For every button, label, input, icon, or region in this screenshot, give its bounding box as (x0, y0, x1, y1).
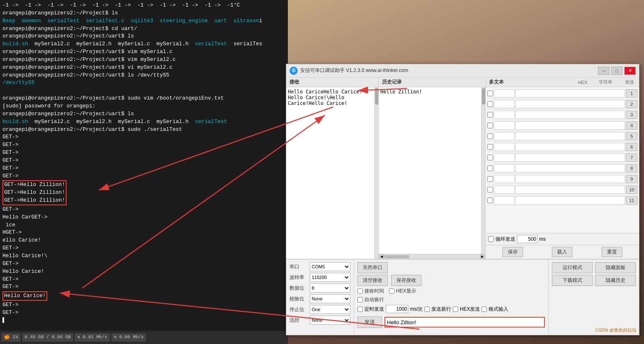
mt-checkbox-5[interactable] (487, 133, 493, 139)
format-input-label: 格式输入 (489, 306, 508, 313)
send-input-row: 发送 (357, 316, 545, 328)
mt-hex-input-5[interactable] (494, 132, 514, 140)
mt-checkbox-10[interactable] (487, 187, 493, 193)
run-mode-button[interactable]: 运行模式 (552, 262, 593, 273)
send-newline-checkbox[interactable] (424, 307, 430, 312)
terminal-line: orangepi@orangepizero2:~/Project/uart$ s… (2, 95, 285, 102)
multitext-row-3: 3 (486, 109, 638, 120)
mt-str-input-10[interactable] (515, 186, 625, 194)
mt-hex-input-8[interactable] (494, 164, 514, 172)
hex-display-checkbox[interactable] (389, 288, 394, 294)
terminal-line: Beep daemon serialTest serialTest.c sqli… (2, 17, 285, 25)
terminal-line: orangepi@orangepizero2:~/Project/uart$ v… (2, 48, 285, 56)
mt-hex-input-11[interactable] (494, 196, 514, 205)
load-button[interactable]: 载入 (552, 247, 572, 257)
loop-label: 循环发送 (496, 236, 515, 243)
mt-send-btn-4[interactable]: 4 (626, 121, 637, 130)
mt-hex-input-7[interactable] (494, 153, 514, 162)
clear-recv-button[interactable]: 清空接收 (357, 275, 388, 286)
mt-send-btn-10[interactable]: 10 (626, 186, 637, 194)
mt-hex-input-6[interactable] (494, 143, 514, 151)
taskbar-item: 0.45 GB / 0.96 GB (22, 333, 73, 342)
recv-time-checkbox[interactable] (357, 288, 363, 294)
timer-send-checkbox[interactable] (357, 307, 363, 312)
multitext-row-6: 6 (486, 142, 638, 152)
mt-send-btn-2[interactable]: 2 (626, 100, 637, 108)
port-select[interactable]: COM5 (310, 262, 350, 271)
mt-hex-input-1[interactable] (494, 89, 514, 98)
mt-send-btn-6[interactable]: 6 (626, 143, 637, 151)
parity-select[interactable]: None (310, 294, 350, 303)
history-scrollbar[interactable] (481, 87, 485, 254)
mt-checkbox-2[interactable] (487, 101, 493, 107)
hex-display-label: HEX显示 (396, 288, 416, 295)
mt-str-input-4[interactable] (515, 121, 625, 130)
format-input-checkbox[interactable] (482, 307, 487, 312)
scroll-left[interactable]: ◀ (379, 254, 385, 259)
close-button[interactable]: ✕ (624, 67, 636, 75)
mt-str-input-5[interactable] (515, 132, 625, 140)
terminal-line: GET-> (2, 260, 285, 268)
receive-scrollbar[interactable] (374, 87, 378, 259)
mt-send-btn-9[interactable]: 9 (626, 175, 637, 183)
history-hscrollbar[interactable]: ◀ ▶ (379, 254, 485, 259)
mt-str-input-6[interactable] (515, 143, 625, 151)
reset-button[interactable]: 重置 (602, 247, 622, 257)
mt-str-input-7[interactable] (515, 153, 625, 162)
hex-send-checkbox[interactable] (453, 307, 458, 312)
mt-send-btn-3[interactable]: 3 (626, 111, 637, 119)
databits-select[interactable]: 8 (310, 284, 350, 293)
mt-str-input-2[interactable] (515, 100, 625, 108)
loop-checkbox[interactable] (488, 236, 494, 242)
multitext-row-11: 11 (486, 195, 638, 206)
hide-panel-button[interactable]: 隐藏面板 (595, 262, 636, 273)
mt-checkbox-1[interactable] (487, 91, 493, 96)
multitext-row-4: 4 (486, 120, 638, 131)
mt-hex-input-2[interactable] (494, 100, 514, 108)
minimize-button[interactable]: ─ (598, 67, 609, 75)
mt-checkbox-4[interactable] (487, 123, 493, 128)
timer-interval-input[interactable] (386, 305, 408, 313)
mt-str-input-11[interactable] (515, 196, 625, 205)
terminal-line: orangepi@orangepizero2:~/Project/uart$ v… (2, 56, 285, 64)
mt-str-input-9[interactable] (515, 175, 625, 183)
taskbar-app-icon[interactable]: 🍊 1% (2, 333, 21, 342)
mt-checkbox-8[interactable] (487, 165, 493, 171)
port-row: 串口 COM5 (290, 262, 350, 271)
mt-checkbox-11[interactable] (487, 198, 493, 203)
mt-str-input-8[interactable] (515, 164, 625, 172)
open-close-button[interactable]: 关闭串口 (357, 262, 388, 273)
mt-checkbox-3[interactable] (487, 112, 493, 118)
download-mode-button[interactable]: 下载模式 (552, 275, 593, 286)
mt-send-btn-11[interactable]: 11 (626, 196, 637, 205)
mt-hex-input-10[interactable] (494, 186, 514, 194)
save-recv-button[interactable]: 保存接收 (391, 275, 422, 286)
maximize-button[interactable]: □ (611, 67, 623, 75)
mt-checkbox-6[interactable] (487, 144, 493, 150)
right-btn-row-2: 下载模式 隐藏历史 (552, 275, 636, 286)
mt-checkbox-7[interactable] (487, 155, 493, 160)
send-button[interactable]: 发送 (357, 316, 382, 328)
mt-send-btn-1[interactable]: 1 (626, 89, 637, 98)
mt-str-input-3[interactable] (515, 111, 625, 119)
mt-send-btn-8[interactable]: 8 (626, 164, 637, 172)
window-titlebar: ① 安信可串口调试助手 V1.2.3.0 www.ai-thinker.com … (286, 64, 639, 77)
baud-select[interactable]: 115200 (310, 273, 350, 282)
flowctrl-select[interactable]: None (310, 316, 350, 325)
mt-checkbox-9[interactable] (487, 176, 493, 182)
mt-hex-input-3[interactable] (494, 111, 514, 119)
mt-hex-input-9[interactable] (494, 175, 514, 183)
hide-history-button[interactable]: 隐藏历史 (595, 275, 636, 286)
save-button[interactable]: 保存 (503, 247, 523, 257)
auto-newline-checkbox[interactable] (357, 297, 363, 302)
mt-send-btn-7[interactable]: 7 (626, 153, 637, 162)
stopbits-select[interactable]: One (310, 305, 350, 314)
loop-interval-input[interactable] (517, 235, 537, 243)
scroll-right[interactable]: ▶ (480, 254, 485, 259)
mt-hex-input-4[interactable] (494, 121, 514, 130)
terminal-line: orangepi@orangepizero2:~/Project$ ls (2, 9, 285, 17)
mt-str-input-1[interactable] (515, 89, 625, 98)
send-input-field[interactable] (385, 317, 545, 328)
mt-send-btn-5[interactable]: 5 (626, 132, 637, 140)
multitext-row-7: 7 (486, 152, 638, 163)
